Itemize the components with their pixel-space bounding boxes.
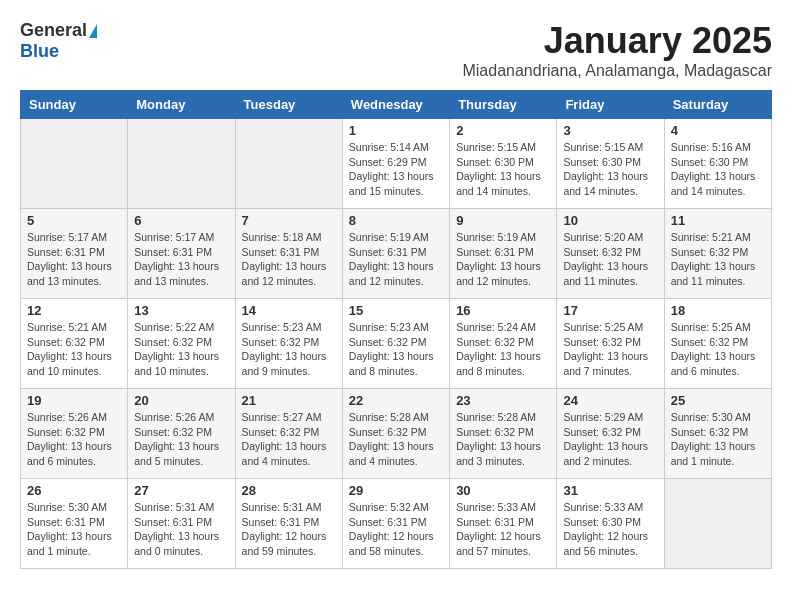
day-number: 24 xyxy=(563,393,657,408)
day-number: 16 xyxy=(456,303,550,318)
day-number: 31 xyxy=(563,483,657,498)
day-cell xyxy=(664,479,771,569)
day-info: Sunrise: 5:24 AM Sunset: 6:32 PM Dayligh… xyxy=(456,320,550,379)
day-cell: 2Sunrise: 5:15 AM Sunset: 6:30 PM Daylig… xyxy=(450,119,557,209)
day-number: 26 xyxy=(27,483,121,498)
logo: General Blue xyxy=(20,20,97,62)
day-info: Sunrise: 5:33 AM Sunset: 6:30 PM Dayligh… xyxy=(563,500,657,559)
calendar-header: SundayMondayTuesdayWednesdayThursdayFrid… xyxy=(21,91,772,119)
day-number: 14 xyxy=(242,303,336,318)
day-cell: 22Sunrise: 5:28 AM Sunset: 6:32 PM Dayli… xyxy=(342,389,449,479)
day-number: 13 xyxy=(134,303,228,318)
day-cell: 3Sunrise: 5:15 AM Sunset: 6:30 PM Daylig… xyxy=(557,119,664,209)
day-info: Sunrise: 5:21 AM Sunset: 6:32 PM Dayligh… xyxy=(671,230,765,289)
day-cell: 20Sunrise: 5:26 AM Sunset: 6:32 PM Dayli… xyxy=(128,389,235,479)
day-cell: 5Sunrise: 5:17 AM Sunset: 6:31 PM Daylig… xyxy=(21,209,128,299)
day-info: Sunrise: 5:26 AM Sunset: 6:32 PM Dayligh… xyxy=(134,410,228,469)
day-cell: 30Sunrise: 5:33 AM Sunset: 6:31 PM Dayli… xyxy=(450,479,557,569)
day-info: Sunrise: 5:33 AM Sunset: 6:31 PM Dayligh… xyxy=(456,500,550,559)
week-row-2: 5Sunrise: 5:17 AM Sunset: 6:31 PM Daylig… xyxy=(21,209,772,299)
day-cell: 8Sunrise: 5:19 AM Sunset: 6:31 PM Daylig… xyxy=(342,209,449,299)
day-info: Sunrise: 5:19 AM Sunset: 6:31 PM Dayligh… xyxy=(349,230,443,289)
day-number: 18 xyxy=(671,303,765,318)
week-row-5: 26Sunrise: 5:30 AM Sunset: 6:31 PM Dayli… xyxy=(21,479,772,569)
day-number: 30 xyxy=(456,483,550,498)
day-cell: 12Sunrise: 5:21 AM Sunset: 6:32 PM Dayli… xyxy=(21,299,128,389)
day-cell: 26Sunrise: 5:30 AM Sunset: 6:31 PM Dayli… xyxy=(21,479,128,569)
day-cell: 7Sunrise: 5:18 AM Sunset: 6:31 PM Daylig… xyxy=(235,209,342,299)
day-cell xyxy=(235,119,342,209)
day-number: 6 xyxy=(134,213,228,228)
day-info: Sunrise: 5:25 AM Sunset: 6:32 PM Dayligh… xyxy=(671,320,765,379)
day-number: 10 xyxy=(563,213,657,228)
day-info: Sunrise: 5:15 AM Sunset: 6:30 PM Dayligh… xyxy=(563,140,657,199)
day-cell: 27Sunrise: 5:31 AM Sunset: 6:31 PM Dayli… xyxy=(128,479,235,569)
day-number: 20 xyxy=(134,393,228,408)
week-row-1: 1Sunrise: 5:14 AM Sunset: 6:29 PM Daylig… xyxy=(21,119,772,209)
day-info: Sunrise: 5:19 AM Sunset: 6:31 PM Dayligh… xyxy=(456,230,550,289)
day-info: Sunrise: 5:27 AM Sunset: 6:32 PM Dayligh… xyxy=(242,410,336,469)
day-info: Sunrise: 5:20 AM Sunset: 6:32 PM Dayligh… xyxy=(563,230,657,289)
day-info: Sunrise: 5:28 AM Sunset: 6:32 PM Dayligh… xyxy=(349,410,443,469)
day-cell: 28Sunrise: 5:31 AM Sunset: 6:31 PM Dayli… xyxy=(235,479,342,569)
header-wednesday: Wednesday xyxy=(342,91,449,119)
day-info: Sunrise: 5:32 AM Sunset: 6:31 PM Dayligh… xyxy=(349,500,443,559)
day-number: 22 xyxy=(349,393,443,408)
day-cell: 15Sunrise: 5:23 AM Sunset: 6:32 PM Dayli… xyxy=(342,299,449,389)
day-info: Sunrise: 5:30 AM Sunset: 6:32 PM Dayligh… xyxy=(671,410,765,469)
day-number: 3 xyxy=(563,123,657,138)
day-number: 7 xyxy=(242,213,336,228)
day-cell: 1Sunrise: 5:14 AM Sunset: 6:29 PM Daylig… xyxy=(342,119,449,209)
day-number: 19 xyxy=(27,393,121,408)
day-number: 21 xyxy=(242,393,336,408)
day-cell: 18Sunrise: 5:25 AM Sunset: 6:32 PM Dayli… xyxy=(664,299,771,389)
day-number: 1 xyxy=(349,123,443,138)
day-number: 8 xyxy=(349,213,443,228)
day-number: 9 xyxy=(456,213,550,228)
day-info: Sunrise: 5:31 AM Sunset: 6:31 PM Dayligh… xyxy=(242,500,336,559)
day-cell: 17Sunrise: 5:25 AM Sunset: 6:32 PM Dayli… xyxy=(557,299,664,389)
day-number: 25 xyxy=(671,393,765,408)
day-info: Sunrise: 5:26 AM Sunset: 6:32 PM Dayligh… xyxy=(27,410,121,469)
header-sunday: Sunday xyxy=(21,91,128,119)
logo-icon xyxy=(89,24,97,38)
header-monday: Monday xyxy=(128,91,235,119)
day-number: 11 xyxy=(671,213,765,228)
day-info: Sunrise: 5:16 AM Sunset: 6:30 PM Dayligh… xyxy=(671,140,765,199)
day-info: Sunrise: 5:15 AM Sunset: 6:30 PM Dayligh… xyxy=(456,140,550,199)
day-cell: 13Sunrise: 5:22 AM Sunset: 6:32 PM Dayli… xyxy=(128,299,235,389)
header-tuesday: Tuesday xyxy=(235,91,342,119)
header-thursday: Thursday xyxy=(450,91,557,119)
day-cell: 11Sunrise: 5:21 AM Sunset: 6:32 PM Dayli… xyxy=(664,209,771,299)
day-info: Sunrise: 5:28 AM Sunset: 6:32 PM Dayligh… xyxy=(456,410,550,469)
day-cell: 14Sunrise: 5:23 AM Sunset: 6:32 PM Dayli… xyxy=(235,299,342,389)
day-info: Sunrise: 5:21 AM Sunset: 6:32 PM Dayligh… xyxy=(27,320,121,379)
logo-general-text: General xyxy=(20,20,87,40)
day-number: 27 xyxy=(134,483,228,498)
day-cell: 19Sunrise: 5:26 AM Sunset: 6:32 PM Dayli… xyxy=(21,389,128,479)
page-header: General Blue January 2025 Miadanandriana… xyxy=(20,20,772,80)
day-info: Sunrise: 5:23 AM Sunset: 6:32 PM Dayligh… xyxy=(349,320,443,379)
day-info: Sunrise: 5:23 AM Sunset: 6:32 PM Dayligh… xyxy=(242,320,336,379)
day-cell: 29Sunrise: 5:32 AM Sunset: 6:31 PM Dayli… xyxy=(342,479,449,569)
day-cell: 10Sunrise: 5:20 AM Sunset: 6:32 PM Dayli… xyxy=(557,209,664,299)
day-cell: 4Sunrise: 5:16 AM Sunset: 6:30 PM Daylig… xyxy=(664,119,771,209)
title-block: January 2025 Miadanandriana, Analamanga,… xyxy=(462,20,772,80)
day-number: 15 xyxy=(349,303,443,318)
week-row-4: 19Sunrise: 5:26 AM Sunset: 6:32 PM Dayli… xyxy=(21,389,772,479)
header-row: SundayMondayTuesdayWednesdayThursdayFrid… xyxy=(21,91,772,119)
day-info: Sunrise: 5:30 AM Sunset: 6:31 PM Dayligh… xyxy=(27,500,121,559)
day-info: Sunrise: 5:17 AM Sunset: 6:31 PM Dayligh… xyxy=(134,230,228,289)
day-cell: 23Sunrise: 5:28 AM Sunset: 6:32 PM Dayli… xyxy=(450,389,557,479)
calendar-body: 1Sunrise: 5:14 AM Sunset: 6:29 PM Daylig… xyxy=(21,119,772,569)
day-number: 17 xyxy=(563,303,657,318)
day-number: 28 xyxy=(242,483,336,498)
header-saturday: Saturday xyxy=(664,91,771,119)
day-cell: 6Sunrise: 5:17 AM Sunset: 6:31 PM Daylig… xyxy=(128,209,235,299)
day-info: Sunrise: 5:25 AM Sunset: 6:32 PM Dayligh… xyxy=(563,320,657,379)
day-cell: 25Sunrise: 5:30 AM Sunset: 6:32 PM Dayli… xyxy=(664,389,771,479)
day-number: 23 xyxy=(456,393,550,408)
header-friday: Friday xyxy=(557,91,664,119)
day-info: Sunrise: 5:14 AM Sunset: 6:29 PM Dayligh… xyxy=(349,140,443,199)
day-cell: 21Sunrise: 5:27 AM Sunset: 6:32 PM Dayli… xyxy=(235,389,342,479)
